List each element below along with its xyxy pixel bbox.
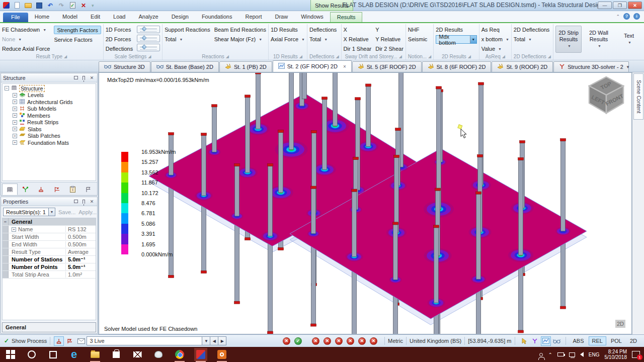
help-icon[interactable]: ? <box>623 13 630 20</box>
document-tab[interactable]: St. 8 (6F ROOF) 2D <box>422 61 492 72</box>
edge-icon[interactable]: e <box>67 348 80 361</box>
undo-icon[interactable]: ↶ <box>46 2 54 10</box>
paint3d-icon[interactable] <box>152 348 165 361</box>
notification-icon[interactable]: 1 <box>632 351 640 358</box>
tree-item[interactable]: +Slabs <box>5 126 96 133</box>
speaker-icon[interactable] <box>580 352 584 357</box>
report-tab[interactable]: i <box>65 184 80 195</box>
delete-icon[interactable]: ✕ <box>79 2 88 10</box>
status-error-icon[interactable]: ✕ <box>283 337 290 345</box>
document-tab[interactable]: St. Base (Base) 2D <box>151 61 219 72</box>
document-tab[interactable]: St. 1 (PB) 2D <box>219 61 272 72</box>
1d-results-button[interactable]: 1D Results <box>271 26 305 34</box>
status-error-icon[interactable]: ✕ <box>312 337 319 345</box>
sway-x-button[interactable]: X <box>344 26 372 34</box>
load-view-icon[interactable] <box>65 336 75 346</box>
pin-panel-icon[interactable] <box>80 75 87 80</box>
asreq-button[interactable]: As Req <box>481 26 509 34</box>
2d-strip-results-button[interactable]: 2D Strip Results▼ <box>555 26 582 53</box>
ribbon-tab-home[interactable]: Home <box>28 12 56 22</box>
solver-view-icon[interactable] <box>530 336 540 346</box>
close-panel-icon[interactable]: ✕ <box>89 75 95 80</box>
chevron-down-icon[interactable]: ▼ <box>48 208 55 216</box>
none-dropdown[interactable]: None▼ <box>2 35 50 43</box>
float-panel-icon[interactable] <box>72 75 79 80</box>
value-dropdown[interactable]: Value▼ <box>481 45 509 53</box>
close-button[interactable]: ✕ <box>628 2 642 9</box>
property-row[interactable]: Result TypeAverage <box>3 248 96 256</box>
ribbon-tab-report[interactable]: Report <box>238 12 268 22</box>
store-icon[interactable] <box>110 348 123 361</box>
battery-icon[interactable] <box>557 352 564 356</box>
support-view-icon[interactable] <box>54 336 64 346</box>
expand-icon[interactable]: + <box>12 227 16 232</box>
sway-x-relative-button[interactable]: X Relative <box>344 35 372 43</box>
reactions-total-dropdown[interactable]: Total▼ <box>165 35 210 43</box>
sway-y-button[interactable]: Y <box>375 26 404 34</box>
tree-item[interactable]: +Levels <box>5 92 96 99</box>
structure-tab[interactable] <box>2 184 18 195</box>
tray-expand-icon[interactable]: ⌃ <box>548 352 552 357</box>
ribbon-tab-draw[interactable]: Draw <box>268 12 294 22</box>
screen-capture-icon[interactable] <box>215 348 228 361</box>
apply-button[interactable]: Apply... <box>78 209 97 215</box>
nhf-button[interactable]: NHF <box>408 26 428 34</box>
document-tab[interactable]: Structure 3D <box>99 61 150 72</box>
close-panel-icon[interactable]: ✕ <box>89 199 95 204</box>
tree-item[interactable]: +Architectural Grids <box>5 99 96 106</box>
validate-icon[interactable]: ✓ <box>68 2 76 10</box>
mode-abs[interactable]: ABS <box>570 336 588 345</box>
2d-view-icon[interactable] <box>541 336 551 346</box>
tree-item[interactable]: +Members <box>5 112 96 119</box>
mode-rel[interactable]: REL <box>589 336 606 345</box>
pointer-tool-icon[interactable] <box>519 336 529 346</box>
dialog-launcher-icon[interactable]: ◢ <box>226 54 229 59</box>
resultstrip-selector[interactable]: ResultStrip(s): 1 it... ▼ <box>3 208 55 216</box>
ribbon-tab-edit[interactable]: Edit <box>84 12 107 22</box>
support-reactions-button[interactable]: Support Reactions <box>165 26 210 34</box>
scene-content-tab[interactable]: Scene Content <box>633 73 643 120</box>
tree-expander-icon[interactable]: + <box>13 100 17 104</box>
file-menu-button[interactable]: File <box>3 13 28 22</box>
section-collapse-icon[interactable]: − <box>3 218 9 225</box>
prev-loadcase-icon[interactable]: ◀ <box>210 336 218 345</box>
mdx-bottom-combobox[interactable]: Mdx bottom▼ <box>436 35 476 44</box>
ribbon-tab-model[interactable]: Model <box>56 12 84 22</box>
axial-force-dropdown[interactable]: Axial Force▼ <box>271 35 305 43</box>
next-loadcase-icon[interactable]: ▶ <box>218 336 226 345</box>
property-section-header[interactable]: −General <box>3 218 96 226</box>
start-button[interactable] <box>4 348 17 361</box>
shear-major-dropdown[interactable]: Shear Major (Fz)▼ <box>214 35 266 43</box>
ribbon-tab-analyze[interactable]: Analyze <box>132 12 165 22</box>
save-icon[interactable] <box>35 2 43 10</box>
dialog-launcher-icon[interactable]: ◢ <box>64 54 67 59</box>
tree-expander-icon[interactable]: + <box>13 127 17 131</box>
status-ok-icon[interactable]: ✓ <box>294 337 302 345</box>
dialog-launcher-icon[interactable]: ◢ <box>148 54 151 59</box>
tree-root[interactable]: −Structure <box>5 85 96 92</box>
close-tab-icon[interactable]: × <box>343 64 346 69</box>
document-tab[interactable]: St. 9 (ROOF) 2D <box>492 61 553 72</box>
tree-item[interactable]: +Result Strips <box>5 119 96 126</box>
cortana-icon[interactable] <box>25 348 38 361</box>
dir1-shear-button[interactable]: Dir 1 Shear <box>344 45 372 53</box>
2d-wall-results-button[interactable]: 2D Wall Results▼ <box>586 26 612 53</box>
ribbon-tab-load[interactable]: Load <box>107 12 132 22</box>
tekla-taskbar-icon[interactable] <box>194 348 207 361</box>
message-icon[interactable] <box>76 336 86 346</box>
clock[interactable]: 8:24 PM 5/10/2018 <box>605 349 627 360</box>
loading-tab[interactable] <box>49 184 65 195</box>
seismic-button[interactable]: Seismic <box>408 35 428 43</box>
property-row[interactable]: Start Width0.500m <box>3 233 96 241</box>
info-icon[interactable]: i <box>633 13 640 20</box>
people-icon[interactable] <box>539 353 543 356</box>
2d-forces-slider[interactable] <box>137 35 160 42</box>
model-viewport[interactable]: MdxTop2D min/max=0.000/16.953kNm/m 16.95… <box>99 72 632 334</box>
reduce-axial-force-button[interactable]: Reduce Axial Force <box>2 45 50 53</box>
tree-expander-icon[interactable]: + <box>13 140 17 145</box>
ribbon-tab-foundations[interactable]: Foundations <box>195 12 239 22</box>
property-row[interactable]: End Width0.500m <box>3 241 96 248</box>
flags-tab[interactable] <box>80 184 96 195</box>
ribbon-tab-results[interactable]: Results <box>330 12 363 22</box>
tree-item[interactable]: +Foundation Mats <box>5 139 96 146</box>
